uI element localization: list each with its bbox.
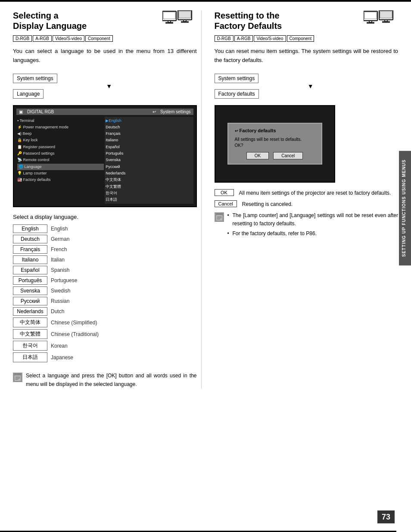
lang-box: 한국어	[13, 341, 47, 351]
lang-box: Deutsch	[13, 235, 47, 243]
cancel-row: Cancel Resetting is canceled.	[215, 200, 399, 208]
lang-box: 日本語	[13, 352, 47, 362]
menu-step1-left: System settings	[13, 74, 57, 83]
left-header-icon	[162, 10, 197, 32]
lang-name: Chinese (Traditional)	[51, 328, 102, 340]
sidebar-tab: SETTING UP FUNCTIONS USING MENUS	[399, 151, 411, 265]
lang-name: Swedish	[51, 286, 102, 296]
screenshot-titlebar: ▣ DIGITAL RGB ↩ System settings	[16, 109, 193, 115]
right-description: You can reset menu item settings. The sy…	[215, 47, 399, 65]
cancel-desc: Resetting is canceled.	[242, 200, 398, 208]
lang-name: Russian	[51, 296, 102, 306]
lang-name: German	[51, 234, 102, 244]
screenshot-left-menu: ▪ Terminal ⚡ Power management mode ◀) Be…	[16, 117, 105, 204]
lang-row: 日本語 Japanese	[13, 352, 102, 363]
lang-row: 中文繁體 Chinese (Traditional)	[13, 328, 102, 340]
right-header-icon	[364, 10, 398, 32]
right-badge-video: Video/S-video	[254, 35, 286, 42]
cancel-label: Cancel	[215, 200, 237, 207]
svg-rect-16	[367, 22, 374, 23]
lang-box: Nederlands	[13, 307, 47, 316]
lang-box: English	[13, 224, 47, 233]
lang-name: French	[51, 244, 102, 255]
lang-name: Japanese	[51, 352, 102, 363]
note-icon-left	[13, 373, 22, 382]
right-section-header: Resetting to the Factory Defaults	[215, 10, 399, 32]
monitor-icon	[162, 10, 195, 32]
screenshot-right-menu: ▶English Deutsch Français Italiano Españ…	[105, 117, 193, 204]
factory-dialog-title: ↩ Factory defaults	[235, 128, 315, 133]
svg-rect-20	[383, 22, 389, 22]
lang-box: 中文简体	[13, 317, 47, 327]
menu-arrow-right: ▼	[223, 83, 399, 89]
lang-name: Korean	[51, 340, 102, 352]
lang-row: Svenska Swedish	[13, 286, 102, 296]
right-note: The [Lamp counter] and [Language] settin…	[215, 212, 399, 240]
ok-row: OK All menu item settings of the project…	[215, 189, 399, 197]
badge-argb: A-RGB	[33, 35, 52, 42]
ok-desc: All menu item settings of the projector …	[239, 189, 399, 197]
left-compat-badges: D-RGB A-RGB Video/S-video Component	[13, 35, 197, 42]
lang-box: Português	[13, 276, 47, 285]
svg-rect-22	[215, 213, 222, 215]
badge-video: Video/S-video	[53, 35, 84, 42]
menu-step2-right: Factory defaults	[215, 89, 259, 99]
right-menu-flow: System settings ▼ Factory defaults	[215, 74, 399, 99]
right-badge-argb: A-RGB	[234, 35, 253, 42]
lang-row: Português Portuguese	[13, 275, 102, 286]
lang-row: Deutsch German	[13, 234, 102, 244]
left-section-title: Selecting a Display Language	[13, 10, 158, 31]
monitor-icon-right	[364, 10, 396, 32]
svg-rect-14	[364, 12, 377, 19]
bullet-item: The [Lamp counter] and [Language] settin…	[227, 212, 399, 228]
menu-step1-right: System settings	[215, 74, 259, 83]
svg-rect-3	[166, 22, 173, 23]
page-number: 73	[377, 510, 395, 523]
lang-box: Svenska	[13, 286, 47, 295]
lang-name: Spanish	[51, 265, 102, 275]
factory-screenshot: ↩ Factory defaults All settings will be …	[215, 105, 335, 183]
badge-component: Component	[85, 35, 113, 42]
lang-box: Español	[13, 266, 47, 274]
menu-arrow-left: ▼	[22, 83, 197, 89]
left-note-text: Select a language and press the [OK] but…	[26, 372, 197, 388]
lang-name: Dutch	[51, 306, 102, 317]
lang-name: Chinese (Simplified)	[51, 317, 102, 328]
lang-row: Nederlands Dutch	[13, 306, 102, 317]
lang-row: Español Spanish	[13, 265, 102, 275]
right-section-title: Resetting to the Factory Defaults	[215, 10, 360, 31]
lang-box: Русский	[13, 297, 47, 305]
lang-row: Русский Russian	[13, 296, 102, 306]
lang-name: Italian	[51, 255, 102, 265]
factory-dialog-buttons: OK Cancel	[235, 152, 315, 159]
svg-rect-1	[163, 12, 175, 19]
lang-box: 中文繁體	[13, 329, 47, 339]
lang-row: 한국어 Korean	[13, 340, 102, 352]
menu-step2-left: Language	[13, 89, 44, 99]
lang-box: Français	[13, 245, 47, 254]
lang-name: English	[51, 224, 102, 234]
bullet-item: For the factory defaults, refer to P86.	[227, 230, 399, 238]
svg-rect-18	[380, 11, 392, 18]
dialog-ok-btn[interactable]: OK	[246, 152, 269, 159]
right-bullet-list: The [Lamp counter] and [Language] settin…	[227, 212, 399, 240]
left-menu-flow: System settings ▼ Language	[13, 74, 197, 99]
lang-row: 中文简体 Chinese (Simplified)	[13, 317, 102, 328]
factory-dialog-text: All settings will be reset to defaults. …	[235, 137, 315, 149]
right-badge-drgb: D-RGB	[215, 35, 234, 42]
svg-rect-7	[181, 22, 188, 22]
right-compat-badges: D-RGB A-RGB Video/S-video Component	[215, 35, 399, 42]
svg-rect-9	[14, 373, 21, 376]
right-badge-component: Component	[287, 35, 314, 42]
left-screenshot: ▣ DIGITAL RGB ↩ System settings ▪ Termin…	[13, 105, 197, 208]
lang-row: English English	[13, 224, 102, 234]
left-section-header: Selecting a Display Language	[13, 10, 197, 32]
lang-row: Italiano Italian	[13, 255, 102, 265]
dialog-cancel-btn[interactable]: Cancel	[273, 152, 303, 159]
left-note: Select a language and press the [OK] but…	[13, 372, 197, 388]
left-description: You can select a language to be used in …	[13, 47, 197, 65]
svg-rect-5	[179, 11, 191, 18]
language-table: English English Deutsch German Français …	[13, 224, 102, 363]
screenshot-body: ▪ Terminal ⚡ Power management mode ◀) Be…	[16, 117, 193, 204]
note-icon-right	[215, 212, 224, 222]
